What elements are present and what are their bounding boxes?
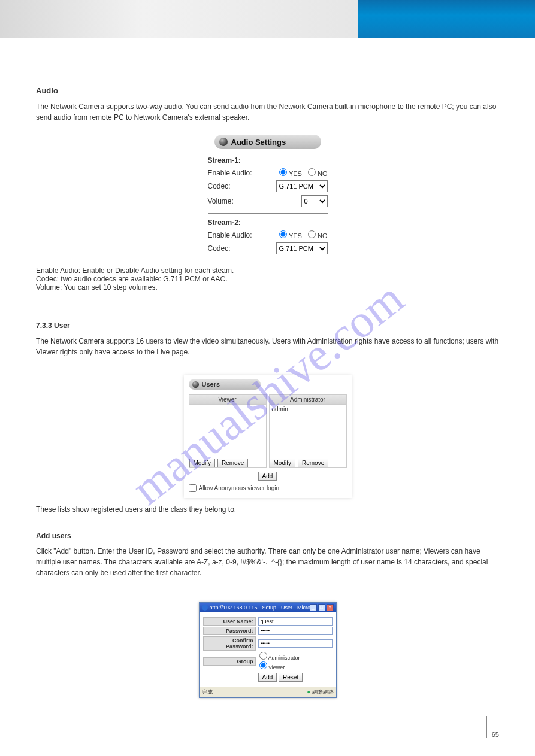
users-section-title: 7.3.3 User: [36, 321, 499, 330]
audio-intro: The Network Camera supports two-way audi…: [36, 101, 499, 123]
stream1-title: Stream-1:: [208, 156, 328, 165]
stream2-title: Stream-2:: [208, 218, 328, 227]
group-viewer-radio[interactable]: Viewer: [259, 661, 300, 670]
bullet-icon: [219, 138, 228, 146]
stream1-codec-select[interactable]: G.711 PCM: [276, 180, 328, 192]
anonymous-checkbox[interactable]: Allow Anonymous viewer login: [189, 484, 347, 492]
viewer-modify-button[interactable]: Modify: [189, 459, 215, 467]
stream2-no-radio[interactable]: NO: [308, 230, 328, 239]
top-banner: [0, 0, 535, 38]
popup-title-text: http://192.168.0.115 - Setup - User - Mi…: [210, 605, 310, 611]
banner-left: [0, 0, 358, 38]
viewer-remove-button[interactable]: Remove: [217, 459, 248, 467]
anon-label: Allow Anonymous viewer login: [199, 485, 280, 491]
admin-list[interactable]: admin: [270, 405, 346, 456]
stream2-codec-select[interactable]: G.711 PCM: [276, 242, 328, 254]
no-label: NO: [318, 170, 328, 177]
add-users-heading: Add users: [36, 532, 499, 540]
stream1-enable-label: Enable Audio:: [208, 169, 261, 177]
admin-column: Administrator admin Modify Remove: [269, 394, 347, 468]
audio-settings-panel: Stream-1: Enable Audio: YES NO Codec: G.…: [208, 156, 328, 254]
yes-label-2: YES: [289, 232, 302, 239]
popup-add-button[interactable]: Add: [258, 673, 277, 682]
add-user-popup: http://192.168.0.115 - Setup - User - Mi…: [199, 602, 337, 698]
ie-icon: [202, 605, 208, 611]
admin-modify-button[interactable]: Modify: [270, 459, 295, 467]
stream2-codec-label: Codec:: [208, 244, 261, 253]
minimize-icon[interactable]: _: [310, 604, 317, 611]
page-number: 65: [486, 716, 499, 738]
banner-right: [358, 0, 535, 38]
users-panel: Users Viewer Modify Remove Administrator…: [184, 375, 352, 498]
divider: [208, 213, 328, 214]
password-label: Password:: [203, 627, 256, 635]
add-users-desc: Click "Add" button. Enter the User ID, P…: [36, 546, 499, 578]
audio-settings-label: Audio Settings: [231, 138, 286, 147]
close-icon[interactable]: ×: [327, 604, 334, 611]
anon-checkbox-input[interactable]: [189, 484, 197, 492]
maximize-icon[interactable]: □: [318, 604, 325, 611]
stream1-no-radio[interactable]: NO: [308, 168, 328, 177]
stream1-codec-label: Codec:: [208, 182, 261, 190]
stream1-volume-select[interactable]: 0: [301, 195, 328, 207]
viewer-column: Viewer Modify Remove: [189, 394, 267, 468]
group-admin-label: Administrator: [268, 655, 300, 661]
popup-reset-button[interactable]: Reset: [279, 673, 303, 682]
status-right: 網際網路: [312, 689, 334, 695]
users-list-desc: These lists show registered users and th…: [36, 505, 499, 514]
username-label: User Name:: [203, 617, 256, 626]
status-left: 完成: [202, 688, 213, 696]
add-user-button[interactable]: Add: [258, 472, 277, 481]
stream1-volume-label: Volume:: [208, 197, 261, 205]
audio-note-2: Volume: You can set 10 step volumes.: [36, 283, 499, 292]
username-input[interactable]: [258, 617, 333, 626]
stream2-enable-label: Enable Audio:: [208, 231, 261, 239]
no-label-2: NO: [318, 232, 328, 239]
viewer-list[interactable]: [189, 405, 266, 456]
audio-settings-pill: Audio Settings: [214, 135, 321, 149]
yes-label: YES: [289, 170, 302, 177]
users-intro: The Network Camera supports 16 users to …: [36, 336, 499, 357]
list-item: admin: [272, 406, 288, 412]
audio-note-0: Enable Audio: Enable or Disable Audio se…: [36, 266, 499, 275]
admin-header: Administrator: [270, 395, 346, 405]
admin-remove-button[interactable]: Remove: [298, 459, 328, 467]
viewer-header: Viewer: [189, 395, 266, 405]
audio-note-1: Codec: two audio codecs are available: G…: [36, 275, 499, 283]
popup-statusbar: 完成 ● 網際網路: [200, 687, 336, 697]
popup-titlebar: http://192.168.0.115 - Setup - User - Mi…: [200, 603, 336, 612]
confirm-password-label: Confirm Password:: [203, 636, 256, 651]
globe-icon: ●: [307, 689, 310, 695]
password-input[interactable]: [258, 627, 333, 635]
section-audio-title: Audio: [36, 86, 499, 95]
bullet-icon: [192, 381, 199, 388]
group-viewer-label: Viewer: [268, 664, 285, 670]
stream1-yes-radio[interactable]: YES: [279, 168, 302, 177]
group-label: Group: [203, 657, 256, 666]
users-pill-label: Users: [202, 381, 220, 388]
users-pill: Users: [189, 379, 261, 390]
confirm-password-input[interactable]: [258, 639, 333, 648]
stream2-yes-radio[interactable]: YES: [279, 230, 302, 239]
group-admin-radio[interactable]: Administrator: [259, 652, 300, 661]
